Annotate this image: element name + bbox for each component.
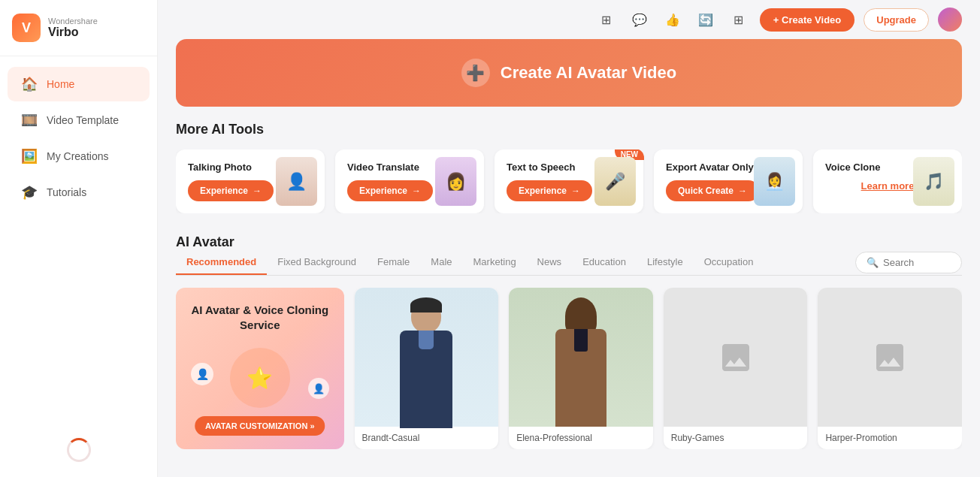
tool-card-text-to-speech[interactable]: NEW Text to Speech Experience → 🎤 (495, 149, 643, 213)
filter-tab-occupation[interactable]: Occupation (694, 250, 764, 275)
sidebar-nav: 🏠 Home 🎞️ Video Template 🖼️ My Creations… (0, 56, 157, 423)
sidebar-item-home[interactable]: 🏠 Home (8, 67, 150, 101)
promo-decoration: ⭐ (230, 348, 290, 408)
search-icon: 🔍 (867, 257, 879, 268)
ai-avatar-section: AI Avatar Recommended Fixed Background F… (158, 234, 980, 449)
talking-photo-thumb: 👤 (276, 157, 317, 206)
more-ai-tools-title: More AI Tools (176, 122, 962, 137)
create-avatar-banner[interactable]: ➕ Create AI Avatar Video (176, 39, 962, 107)
sidebar-item-video-template[interactable]: 🎞️ Video Template (8, 103, 150, 137)
tool-card-talking-photo[interactable]: Talking Photo Experience → 👤 (176, 149, 325, 213)
promo-bubble-1: 👤 (191, 363, 213, 385)
placeholder-icon-2 (872, 340, 908, 376)
tool-card-video-translate[interactable]: Video Translate Experience → 👩 (335, 149, 484, 213)
home-icon: 🏠 (21, 76, 38, 92)
sidebar-item-my-creations[interactable]: 🖼️ My Creations (8, 139, 150, 174)
filter-tab-education[interactable]: Education (572, 250, 637, 275)
elena-image (509, 288, 653, 427)
harper-label: Harper-Promotion (818, 427, 962, 449)
my-creations-icon: 🖼️ (21, 148, 38, 165)
banner-icon: ➕ (461, 59, 490, 87)
avatar-card-brandt[interactable]: Brandt-Casual (355, 288, 499, 449)
ai-avatar-title: AI Avatar (176, 234, 962, 250)
avatar-grid: AI Avatar & Voice Cloning Service ⭐ 👤 👤 … (176, 288, 962, 449)
banner-text: Create AI Avatar Video (501, 63, 676, 83)
loading-spinner (67, 438, 91, 462)
avatar-card-elena[interactable]: Elena-Professional (509, 288, 653, 449)
filter-tab-news[interactable]: News (527, 250, 573, 275)
thumbs-icon[interactable]: 👍 (661, 8, 685, 32)
upgrade-button[interactable]: Upgrade (864, 8, 929, 32)
filter-tab-lifestyle[interactable]: Lifestyle (637, 250, 694, 275)
filter-tab-recommended[interactable]: Recommended (176, 250, 267, 275)
elena-label: Elena-Professional (509, 427, 653, 449)
comment-icon[interactable]: 💬 (628, 8, 652, 32)
logo-name: Virbo (48, 26, 98, 39)
filter-tabs: Recommended Fixed Background Female Male… (176, 250, 962, 276)
text-to-speech-experience-button[interactable]: Experience → (507, 180, 592, 201)
promo-title: AI Avatar & Voice Cloning Service (188, 303, 332, 332)
video-template-icon: 🎞️ (21, 112, 38, 128)
placeholder-icon (718, 340, 754, 376)
tools-row: Talking Photo Experience → 👤 Video Trans… (176, 149, 962, 213)
tutorials-icon: 🎓 (21, 184, 38, 201)
talking-photo-experience-button[interactable]: Experience → (188, 180, 274, 201)
ruby-label: Ruby-Games (664, 427, 808, 449)
filter-tab-marketing[interactable]: Marketing (463, 250, 527, 275)
sidebar-item-tutorials[interactable]: 🎓 Tutorials (8, 175, 150, 210)
tool-card-voice-clone[interactable]: Voice Clone Learn more 🎵 (813, 149, 962, 213)
banner-content: ➕ Create AI Avatar Video (461, 59, 676, 87)
layout-icon[interactable]: ⊞ (594, 8, 619, 32)
main-content: ⊞ 💬 👍 🔄 ⊞ + Create Video Upgrade ➕ Creat… (158, 0, 980, 477)
export-avatar-thumb: 👩‍💼 (754, 157, 795, 206)
user-avatar[interactable] (938, 8, 962, 32)
create-video-button[interactable]: + Create Video (760, 8, 854, 32)
grid-icon[interactable]: ⊞ (727, 8, 751, 32)
topbar: ⊞ 💬 👍 🔄 ⊞ + Create Video Upgrade (158, 0, 980, 39)
export-avatar-quick-create-button[interactable]: Quick Create → (666, 180, 759, 201)
filter-tab-female[interactable]: Female (367, 250, 420, 275)
video-translate-experience-button[interactable]: Experience → (347, 180, 433, 201)
more-ai-tools-section: More AI Tools Talking Photo Experience →… (158, 122, 980, 213)
sidebar-item-my-creations-label: My Creations (47, 150, 108, 162)
tool-card-export-avatar[interactable]: Export Avatar Only Quick Create → 👩‍💼 (654, 149, 803, 213)
filter-tab-fixed-background[interactable]: Fixed Background (267, 250, 367, 275)
text-to-speech-thumb: 🎤 (594, 157, 636, 206)
avatar-promo-card[interactable]: AI Avatar & Voice Cloning Service ⭐ 👤 👤 … (176, 288, 344, 449)
avatar-search-input[interactable] (883, 257, 951, 268)
brandt-image (355, 288, 499, 427)
video-translate-thumb: 👩 (435, 157, 476, 206)
sidebar-item-home-label: Home (47, 78, 74, 90)
promo-bubble-2: 👤 (308, 378, 329, 399)
avatar-search-box[interactable]: 🔍 (855, 252, 962, 273)
harper-placeholder (818, 288, 962, 427)
app-logo: V Wondershare Virbo (0, 0, 157, 56)
avatar-card-harper[interactable]: Harper-Promotion (818, 288, 962, 449)
logo-icon: V (12, 14, 41, 42)
refresh-icon[interactable]: 🔄 (694, 8, 718, 32)
avatar-customization-button[interactable]: AVATAR CUSTOMIZATION » (195, 416, 325, 436)
logo-brand: Wondershare (48, 17, 98, 26)
brandt-label: Brandt-Casual (355, 427, 499, 449)
sidebar-item-video-template-label: Video Template (47, 114, 119, 126)
ruby-placeholder (664, 288, 808, 427)
avatar-card-ruby[interactable]: Ruby-Games (664, 288, 808, 449)
filter-tab-male[interactable]: Male (420, 250, 462, 275)
sidebar-loading (0, 423, 157, 477)
logo-text: Wondershare Virbo (48, 17, 98, 39)
voice-clone-thumb: 🎵 (913, 157, 954, 206)
sidebar-item-tutorials-label: Tutorials (47, 186, 86, 198)
sidebar: V Wondershare Virbo 🏠 Home 🎞️ Video Temp… (0, 0, 158, 477)
